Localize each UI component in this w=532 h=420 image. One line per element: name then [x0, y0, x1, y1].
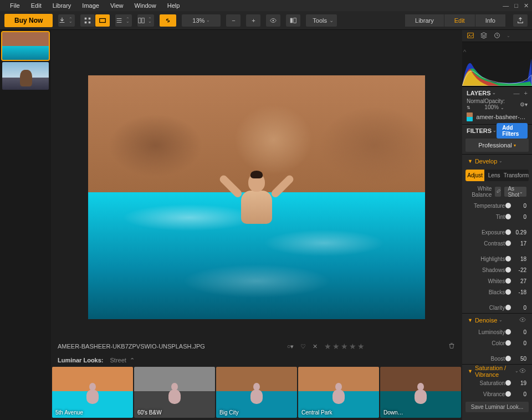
luminosity-label: Luminosity: [468, 329, 505, 335]
share-button[interactable]: [513, 14, 528, 27]
close-icon[interactable]: ✕: [524, 2, 529, 9]
thumbnail-2[interactable]: [2, 62, 49, 90]
zoom-value: 13%: [192, 17, 204, 24]
before-after-button[interactable]: [286, 14, 300, 27]
menu-window[interactable]: Window: [129, 2, 162, 9]
saturation-value[interactable]: 19: [511, 380, 526, 386]
link-button[interactable]: [160, 14, 176, 27]
reject-icon[interactable]: ✕: [313, 343, 318, 350]
blend-mode-selector[interactable]: Normal ⇅: [467, 98, 484, 110]
vibrance-value[interactable]: 0: [511, 391, 526, 397]
exposure-value[interactable]: 0.29: [511, 229, 526, 235]
look-preset-4[interactable]: Central Park: [298, 367, 379, 418]
grid-view-button[interactable]: [80, 14, 95, 27]
svg-rect-4: [100, 18, 106, 22]
layers-section-header[interactable]: LAYERS ⌄ — +: [462, 86, 532, 99]
tab-edit[interactable]: Edit: [444, 14, 475, 27]
trash-icon[interactable]: [448, 342, 456, 351]
layer-row[interactable]: ameer-basheer-UKB7zPVswIo-uns...: [462, 110, 532, 124]
temperature-label: Temperature: [468, 203, 505, 209]
menu-file[interactable]: File: [4, 2, 25, 9]
image-viewer[interactable]: [51, 30, 462, 339]
shadows-label: Shadows: [468, 267, 505, 273]
buy-now-button[interactable]: Buy Now: [4, 14, 53, 27]
maximize-icon[interactable]: □: [514, 2, 518, 9]
develop-tab-lens[interactable]: Lens: [484, 170, 503, 181]
temperature-value[interactable]: 0: [511, 203, 526, 209]
workspace-selector[interactable]: Professional ▾: [466, 139, 529, 152]
tab-info[interactable]: Info: [475, 14, 505, 27]
look-preset-1[interactable]: 5th Avenue: [52, 367, 133, 418]
single-view-button[interactable]: [95, 14, 110, 27]
add-filters-button[interactable]: Add Filters: [497, 123, 528, 139]
eye-icon[interactable]: [519, 316, 526, 325]
shadows-value[interactable]: -22: [511, 267, 526, 273]
highlights-label: Highlights: [468, 256, 505, 262]
split-view-icon: [137, 17, 145, 24]
filter-denoise-header[interactable]: ▼Denoise ⌄: [462, 313, 532, 326]
menu-image[interactable]: Image: [76, 2, 105, 9]
highlights-value[interactable]: 18: [511, 256, 526, 262]
look-preset-2[interactable]: 60's B&W: [134, 367, 215, 418]
download-icon: [58, 17, 66, 24]
file-name: AMEER-BASHEER-UKB7ZPVSWIO-UNSPLASH.JPG: [58, 343, 205, 350]
color-value[interactable]: 0: [511, 340, 526, 346]
menu-help[interactable]: Help: [162, 2, 186, 9]
layer-settings-icon[interactable]: ⚙▾: [520, 101, 528, 107]
export-button[interactable]: ⌃⌄: [58, 14, 75, 27]
filter-satvib-header[interactable]: ▼Saturation / Vibrance ⌄: [462, 364, 532, 377]
wb-label: White Balance: [468, 186, 492, 198]
tint-value[interactable]: 0: [511, 214, 526, 220]
eye-icon: [269, 17, 277, 24]
develop-tab-transform[interactable]: Transform: [504, 170, 529, 181]
whites-value[interactable]: 27: [511, 278, 526, 284]
look-preset-5[interactable]: Down…: [380, 367, 461, 418]
contrast-label: Contrast: [468, 240, 505, 247]
wb-preset-dropdown[interactable]: As Shot⌄: [504, 187, 526, 197]
rating-stars[interactable]: ★★★★★: [324, 342, 366, 351]
flag-icon[interactable]: ○▾: [287, 343, 294, 350]
layer-thumbnail: [467, 112, 473, 121]
filters-section-header[interactable]: FILTERS ⌄ Add Filters: [462, 124, 532, 136]
zoom-out-button[interactable]: −: [226, 14, 241, 27]
image-props-icon[interactable]: [467, 32, 474, 40]
clarity-value[interactable]: 0: [511, 305, 526, 311]
filter-develop-header[interactable]: ▼Develop ⌄: [462, 154, 532, 167]
menu-library[interactable]: Library: [47, 2, 77, 9]
main-photo: [88, 75, 425, 319]
save-luminar-look-button[interactable]: Save Luminar Look...: [466, 402, 529, 412]
layer-name: ameer-basheer-UKB7zPVswIo-uns...: [476, 114, 528, 120]
add-layer-icon[interactable]: +: [524, 90, 528, 96]
preview-toggle-button[interactable]: [266, 14, 280, 27]
favorite-icon[interactable]: ♡: [300, 343, 306, 350]
zoom-in-button[interactable]: +: [246, 14, 260, 27]
menu-view[interactable]: View: [105, 2, 129, 9]
blacks-value[interactable]: -18: [511, 289, 526, 295]
zoom-display[interactable]: 13% ⌄: [182, 14, 221, 27]
compare-dropdown-button[interactable]: ⌃⌄: [137, 14, 154, 27]
history-icon[interactable]: [493, 32, 501, 40]
list-dropdown-button[interactable]: ⌃⌄: [115, 14, 132, 27]
right-panel: ⌄ LAYERS ⌄ — + Normal ⇅ Opacity: 100% ⌄ …: [462, 30, 532, 420]
histogram[interactable]: [462, 42, 532, 86]
boost-label: Boost: [468, 356, 505, 362]
menu-edit[interactable]: Edit: [25, 2, 47, 9]
minimize-icon[interactable]: —: [503, 2, 509, 9]
collapse-icon[interactable]: —: [514, 90, 520, 96]
thumbnail-1[interactable]: [2, 32, 49, 60]
look-preset-3[interactable]: Big City: [216, 367, 297, 418]
looks-category-selector[interactable]: Street ⌃: [110, 357, 135, 364]
eyedropper-button[interactable]: [495, 187, 501, 197]
develop-tab-adjust[interactable]: Adjust: [466, 170, 484, 181]
luminosity-value[interactable]: 0: [511, 329, 526, 335]
tools-dropdown[interactable]: Tools: [306, 14, 337, 27]
share-icon: [516, 17, 524, 24]
boost-value[interactable]: 50: [511, 356, 526, 362]
contrast-value[interactable]: 17: [511, 240, 526, 247]
layers-icon[interactable]: [480, 32, 488, 40]
rectangle-icon: [99, 17, 106, 24]
eye-icon[interactable]: [519, 367, 526, 376]
tab-library[interactable]: Library: [405, 14, 444, 27]
list-icon: [115, 17, 123, 24]
canvas-area: AMEER-BASHEER-UKB7ZPVSWIO-UNSPLASH.JPG ○…: [51, 30, 462, 420]
